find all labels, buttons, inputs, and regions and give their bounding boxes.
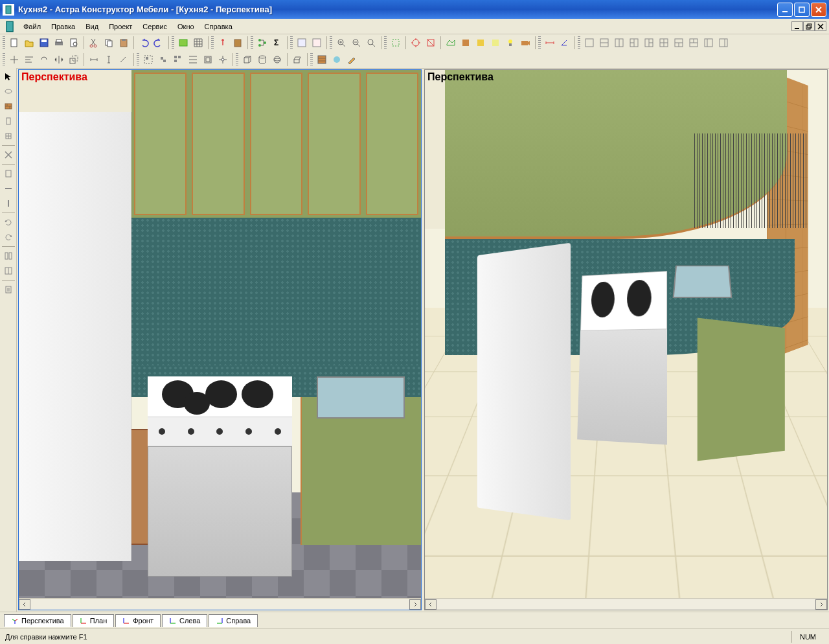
delete-button[interactable] [1,148,16,162]
light-button[interactable] [503,36,517,50]
panel-button[interactable] [1,167,16,181]
paste-button[interactable] [117,36,131,50]
layout-2vb-button[interactable] [716,36,731,50]
menu-file[interactable]: Файл [18,21,46,32]
viewport-right-scrollbar[interactable] [425,598,827,610]
tab-right[interactable]: Справа [209,614,258,627]
align-button[interactable] [22,52,36,67]
viewport-left-canvas[interactable] [19,70,421,598]
mdi-close-button[interactable] [815,21,826,31]
mdi-minimize-button[interactable] [791,21,803,31]
array-button[interactable] [171,52,185,67]
ungroup-button[interactable] [156,52,170,67]
render-wire-button[interactable] [444,36,458,50]
window-1-button[interactable] [295,36,309,50]
layout-2va-button[interactable] [701,36,716,50]
toolbar-grip-icon[interactable] [384,36,387,49]
scroll-left-button[interactable] [425,599,437,610]
zoom-fit-button[interactable] [364,36,378,50]
layout-3d-button[interactable] [687,36,701,50]
zoom-in-button[interactable] [334,36,348,50]
select-constraint-button[interactable] [389,36,403,50]
scroll-right-button[interactable] [409,599,421,610]
dim-v-button[interactable] [102,52,116,67]
cabinet-full-button[interactable] [1,264,16,278]
layout-4-button[interactable] [657,36,671,50]
window-2-button[interactable] [310,36,324,50]
angle-button[interactable] [558,36,572,50]
select-arrow-button[interactable] [1,69,16,84]
tab-left[interactable]: Слева [162,614,207,627]
menu-help[interactable]: Справка [199,21,238,32]
view-mode-button[interactable] [176,36,190,50]
move-button[interactable] [7,52,21,67]
tab-plan[interactable]: План [73,614,115,627]
layout-2v-button[interactable] [612,36,626,50]
zoom-out-button[interactable] [349,36,363,50]
group-button[interactable] [141,52,155,67]
maximize-button[interactable] [794,3,810,17]
rotate-cw-button[interactable] [1,230,16,244]
cylinder-button[interactable] [255,52,269,67]
wall-button[interactable] [1,99,16,113]
layout-3c-button[interactable] [672,36,686,50]
side-button[interactable] [1,196,16,211]
toolbar-grip-icon[interactable] [3,36,5,49]
layout-2h-button[interactable] [597,36,611,50]
distribute-button[interactable] [186,52,200,67]
grid-button[interactable] [191,36,205,50]
cabinet-side-button[interactable] [1,249,16,263]
tool-paste-special-button[interactable] [231,36,245,50]
redo-button[interactable] [152,36,166,50]
snap-off-button[interactable] [424,36,438,50]
tree-button[interactable] [255,36,269,50]
orbit-button[interactable] [1,84,16,98]
material-button[interactable] [330,52,344,67]
scroll-left-button[interactable] [19,599,30,610]
render-solid-button[interactable] [459,36,473,50]
toolbar-grip-icon[interactable] [236,53,238,66]
shelf-button[interactable] [1,181,16,196]
save-button[interactable] [37,36,51,50]
toolbar-grip-icon[interactable] [3,53,5,66]
toolbar-grip-icon[interactable] [578,36,580,49]
layout-3b-button[interactable] [642,36,656,50]
mdi-restore-button[interactable] [803,21,815,31]
toolbar-grip-icon[interactable] [290,36,293,49]
texture-button[interactable] [315,52,329,67]
toolbar-grip-icon[interactable] [330,36,332,49]
toolbar-grip-icon[interactable] [251,36,253,49]
toolbar-grip-icon[interactable] [211,36,214,49]
new-button[interactable] [7,36,21,50]
window-button[interactable] [1,129,16,143]
viewport-left[interactable]: Перспектива [18,69,422,610]
snap-center-button[interactable] [409,36,423,50]
toolbar-grip-icon[interactable] [538,36,541,49]
menu-edit[interactable]: Правка [46,21,80,32]
dimension-button[interactable] [543,36,557,50]
mirror-button[interactable] [52,52,66,67]
tab-perspective[interactable]: Перспектива [4,614,71,627]
menu-project[interactable]: Проект [104,21,137,32]
offset-button[interactable] [201,52,215,67]
viewport-left-scrollbar[interactable] [19,598,421,610]
undo-button[interactable] [137,36,151,50]
cut-button[interactable] [87,36,101,50]
scroll-track[interactable] [30,599,409,610]
color-button[interactable] [345,52,359,67]
tab-front[interactable]: Фронт [115,614,161,627]
camera-button[interactable] [518,36,532,50]
print-button[interactable] [52,36,66,50]
toolbar-grip-icon[interactable] [310,53,313,66]
sum-button[interactable]: Σ [270,36,284,50]
close-button[interactable] [811,3,826,17]
report-button[interactable] [1,282,16,297]
dim-a-button[interactable] [117,52,131,67]
layout-3a-button[interactable] [627,36,641,50]
tool-pin-button[interactable] [216,36,230,50]
menu-window[interactable]: Окно [172,21,199,32]
viewport-right[interactable]: Перспектива [424,69,828,610]
sphere-button[interactable] [270,52,284,67]
menu-service[interactable]: Сервис [137,21,172,32]
scroll-right-button[interactable] [815,599,827,610]
